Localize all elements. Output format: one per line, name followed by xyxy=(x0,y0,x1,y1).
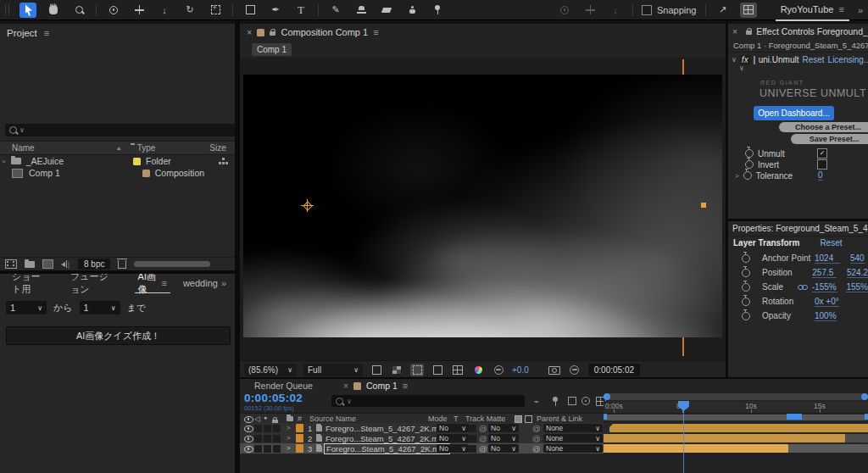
navigator-end-handle[interactable] xyxy=(861,393,868,400)
pan-camera-tool-button[interactable] xyxy=(581,3,598,18)
anchor-x-value[interactable]: 1024 xyxy=(815,253,840,264)
composition-viewport[interactable] xyxy=(243,75,722,337)
stopwatch-icon[interactable] xyxy=(742,269,750,277)
choose-preset-button[interactable]: Choose a Preset... xyxy=(779,122,868,132)
link-dimensions-icon[interactable] xyxy=(798,285,807,290)
item-name[interactable]: Comp 1 xyxy=(29,168,60,178)
scale-x-value[interactable]: -155% xyxy=(812,282,838,292)
snapshot-icon[interactable] xyxy=(548,364,561,376)
sort-ascending-icon[interactable]: ▲ xyxy=(116,145,122,151)
effect-header-row[interactable]: ∨ fx uni.Unmult Reset Licensing... xyxy=(728,53,868,67)
anchor-point-marker[interactable] xyxy=(303,201,312,210)
stopwatch-icon[interactable] xyxy=(742,312,750,320)
create-ai-quiz-button[interactable]: AI画像クイズ作成！ xyxy=(6,326,231,345)
layer-bar-3-selected[interactable] xyxy=(604,444,788,453)
layer-name[interactable]: Foregro...Steam_5_4267_2K.mov xyxy=(326,434,447,443)
rectangle-tool-button[interactable] xyxy=(242,3,259,18)
switches-icon[interactable] xyxy=(515,415,522,423)
roto-brush-tool-button[interactable] xyxy=(403,3,420,18)
label-column-icon[interactable] xyxy=(287,416,293,421)
workspace-tab[interactable]: RyoYouTube ≡ xyxy=(776,0,849,21)
expand-icon[interactable]: > xyxy=(287,434,291,442)
track-matte-select[interactable]: No∨ xyxy=(488,424,519,432)
panel-divider[interactable] xyxy=(235,20,240,473)
parent-pickwhip-icon[interactable]: @ xyxy=(532,424,541,433)
trash-icon[interactable] xyxy=(118,260,126,269)
matte-pickwhip-icon[interactable]: @ xyxy=(479,434,487,443)
pan-under-cursor-tool-button[interactable] xyxy=(131,3,147,18)
interpret-footage-icon[interactable] xyxy=(5,259,17,269)
tab-fusion[interactable]: フュージョン xyxy=(67,274,119,292)
to-select[interactable]: 1∨ xyxy=(80,301,120,314)
search-chevron-icon[interactable]: ∨ xyxy=(347,398,352,405)
project-row-comp1[interactable]: Comp 1 Composition xyxy=(0,167,235,179)
panel-divider[interactable] xyxy=(728,219,868,221)
snapping-toggle[interactable]: ✓ Snapping xyxy=(642,5,697,15)
project-search-input[interactable]: ∨ xyxy=(5,124,237,136)
effect-reset-link[interactable]: Reset xyxy=(802,55,824,64)
eye-icon[interactable] xyxy=(244,446,253,453)
lock-cell[interactable] xyxy=(273,435,281,442)
label-color-box[interactable] xyxy=(296,424,303,432)
transparency-grid-icon[interactable] xyxy=(431,364,444,376)
expand-icon[interactable]: > xyxy=(735,172,739,180)
search-chevron-icon[interactable]: ∨ xyxy=(19,126,25,134)
item-name[interactable]: _AEJuice xyxy=(26,156,64,166)
expand-icon[interactable]: > xyxy=(287,444,291,452)
close-icon[interactable]: × xyxy=(247,27,252,37)
parent-pickwhip-icon[interactable]: @ xyxy=(532,444,541,454)
opacity-value[interactable]: 100% xyxy=(815,311,837,321)
layer-bar-2[interactable] xyxy=(604,434,845,442)
number-column[interactable]: # xyxy=(298,415,302,423)
anchor-y-value[interactable]: 540 xyxy=(850,253,865,264)
toolbar-grip[interactable] xyxy=(5,4,9,15)
column-type[interactable]: Type xyxy=(137,143,156,153)
bit-depth-button[interactable]: 8 bpc xyxy=(78,259,110,270)
lock-icon[interactable] xyxy=(270,31,275,36)
clone-stamp-tool-button[interactable] xyxy=(353,3,370,18)
label-color-box[interactable] xyxy=(296,444,303,453)
matte-pickwhip-icon[interactable]: @ xyxy=(479,444,487,454)
new-composition-icon[interactable] xyxy=(42,259,53,269)
new-folder-icon[interactable] xyxy=(25,261,35,268)
scale-y-value[interactable]: 155% xyxy=(846,282,868,292)
solo-cell[interactable] xyxy=(264,435,271,442)
video-column-icon[interactable] xyxy=(244,416,253,423)
region-of-interest-icon[interactable] xyxy=(410,364,424,376)
timeline-navigator[interactable] xyxy=(604,393,868,400)
zoom-tool-button[interactable] xyxy=(70,3,87,18)
collapse-icon[interactable]: ∨ xyxy=(732,56,737,64)
position-x-value[interactable]: 257.5 xyxy=(812,268,837,278)
parent-select[interactable]: None∨ xyxy=(543,434,603,442)
draft-3d-icon[interactable] xyxy=(552,397,558,406)
pan-behind-tool-button[interactable] xyxy=(207,3,224,18)
camera-view-icon[interactable] xyxy=(451,364,465,376)
expander-chevron-icon[interactable]: ∨ xyxy=(739,64,744,72)
source-name-column[interactable]: Source Name xyxy=(309,415,356,423)
timeline-panel-menu-icon[interactable]: ≡ xyxy=(403,381,408,391)
playhead-line[interactable] xyxy=(683,401,684,473)
rotation-value[interactable]: 0x +0° xyxy=(815,297,839,307)
marker-segment[interactable] xyxy=(787,414,802,420)
stopwatch-icon[interactable] xyxy=(745,149,754,158)
effect-licensing-link[interactable]: Licensing... xyxy=(828,55,868,64)
transform-reset-link[interactable]: Reset xyxy=(820,238,842,248)
audio-cell[interactable] xyxy=(254,445,262,453)
toggle-mask-paths-icon[interactable] xyxy=(390,364,403,376)
motion-blur-icon[interactable] xyxy=(581,397,590,407)
preserve-transparency-cell[interactable] xyxy=(469,445,476,453)
lock-icon[interactable] xyxy=(746,31,752,35)
layer-bar-3-overflow[interactable] xyxy=(788,444,868,453)
show-snapshot-icon[interactable] xyxy=(568,364,581,376)
eraser-tool-button[interactable] xyxy=(378,3,395,18)
orbit-around-cursor-tool-button[interactable] xyxy=(105,3,122,18)
work-area-start-handle[interactable] xyxy=(604,414,607,420)
work-area-bar[interactable] xyxy=(604,415,868,420)
position-y-value[interactable]: 524.2 xyxy=(847,268,868,278)
selection-tool-button[interactable] xyxy=(19,3,36,18)
resolution-select[interactable]: Full∨ xyxy=(303,364,363,376)
timeline-search-input[interactable]: ∨ xyxy=(331,395,525,407)
panel-divider[interactable] xyxy=(726,20,728,379)
exposure-value[interactable]: +0.0 xyxy=(512,365,529,375)
parent-select[interactable]: None∨ xyxy=(543,424,603,432)
